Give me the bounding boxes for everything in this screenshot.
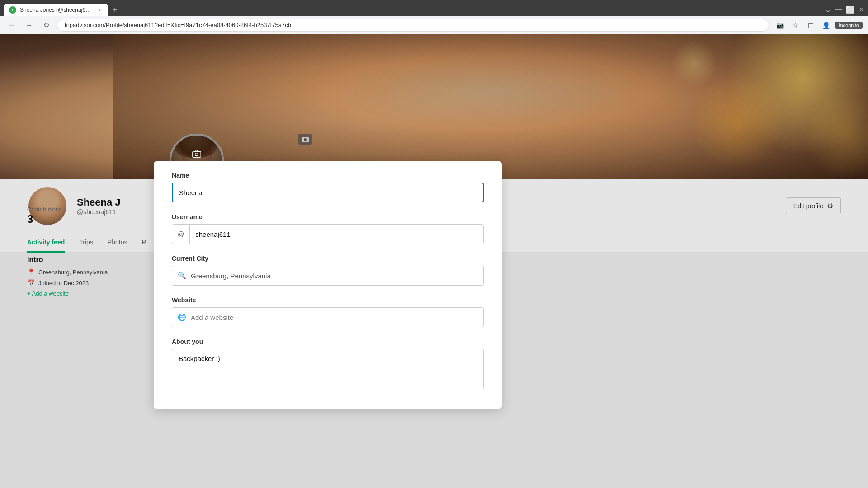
username-input[interactable] xyxy=(190,225,483,244)
username-input-wrapper: @ xyxy=(172,224,484,244)
camera-icon xyxy=(192,149,202,159)
camera-icon[interactable]: 📷 xyxy=(774,19,786,32)
city-input[interactable] xyxy=(191,272,478,280)
globe-icon: 🌐 xyxy=(178,313,186,321)
city-label: Current City xyxy=(172,255,484,262)
incognito-badge: Incognito xyxy=(835,22,863,29)
city-input-wrapper: 🔍 xyxy=(172,266,484,286)
new-tab-button[interactable]: + xyxy=(108,4,121,16)
about-textarea[interactable]: Backpacker :) xyxy=(172,349,484,389)
address-bar-row: ← → ↻ 📷 ☆ ◫ 👤 Incognito xyxy=(0,16,868,34)
star-icon[interactable]: ☆ xyxy=(789,19,802,32)
website-input-wrapper: 🌐 xyxy=(172,307,484,327)
close-button[interactable]: ✕ xyxy=(859,5,864,14)
website-form-group: Website 🌐 xyxy=(172,296,484,327)
forward-button[interactable]: → xyxy=(23,19,35,32)
name-input[interactable] xyxy=(172,183,484,202)
city-form-group: Current City 🔍 xyxy=(172,255,484,286)
page-content: Sheena J @sheenaj611 Edit profile ⚙ Cont… xyxy=(0,34,868,488)
refresh-button[interactable]: ↻ xyxy=(40,19,52,32)
at-prefix: @ xyxy=(172,225,190,244)
username-label: Username xyxy=(172,213,484,221)
tab-favicon: T xyxy=(9,6,16,14)
username-form-group: Username @ xyxy=(172,213,484,244)
edit-profile-modal: Name Username @ Current City 🔍 Website 🌐 xyxy=(154,161,502,409)
tab-title: Sheena Jones (@sheenaj611) - T xyxy=(20,7,92,13)
address-icons: 📷 ☆ ◫ 👤 Incognito xyxy=(774,19,863,32)
back-button[interactable]: ← xyxy=(5,19,18,32)
name-form-group: Name xyxy=(172,172,484,202)
profile-icon[interactable]: 👤 xyxy=(820,19,832,32)
maximize-button[interactable]: ⬜ xyxy=(846,5,855,14)
svg-point-3 xyxy=(195,153,198,155)
browser-tab[interactable]: T Sheena Jones (@sheenaj611) - T ✕ xyxy=(4,4,108,16)
search-icon: 🔍 xyxy=(178,272,186,280)
tab-list-button[interactable]: ⌄ xyxy=(825,5,831,14)
svg-rect-2 xyxy=(193,151,201,157)
website-label: Website xyxy=(172,296,484,304)
about-label: About you xyxy=(172,338,484,345)
tab-groups-icon[interactable]: ◫ xyxy=(804,19,817,32)
name-label: Name xyxy=(172,172,484,179)
minimize-button[interactable]: — xyxy=(835,5,842,14)
address-input[interactable] xyxy=(57,19,769,32)
website-input[interactable] xyxy=(191,314,478,321)
tab-close-button[interactable]: ✕ xyxy=(96,6,103,14)
about-form-group: About you Backpacker :) xyxy=(172,338,484,391)
